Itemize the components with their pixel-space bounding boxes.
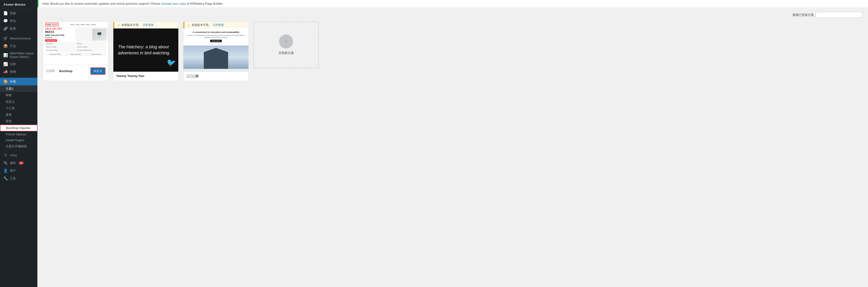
boxshop-customize-button[interactable]: 自定义 — [90, 67, 105, 75]
boxshop-name: BoxShop — [59, 69, 72, 73]
ttt-bird-icon: 🐦 — [167, 58, 176, 67]
notice-text: Hola! Would you like to receive automati… — [42, 2, 161, 5]
sidebar-item-marketing[interactable]: 📣 营销 — [0, 68, 37, 76]
sidebar-sub-theme-editor[interactable]: 主题文件编辑器 — [0, 143, 37, 150]
sidebar-logo: Footer Blocks — [0, 0, 37, 9]
bs-bottom-strip: FREE RETURNS FREE SHIPPING FREE SUPPORT — [43, 52, 108, 57]
twentyfour-update-notice: ⚠ 有新版本可用。 立即更新 — [183, 22, 248, 29]
sidebar-sub-theme-options-label: Theme Options — [6, 133, 26, 136]
bs-shop-now-btn[interactable]: SHOP NOW — [45, 39, 57, 42]
boxshop-screenshot-mockup: BOX SHOP HomeShopPagesBlogContact SALE 3… — [43, 22, 108, 65]
plugins-icon: 🔌 — [3, 161, 8, 165]
sidebar-sub-themes[interactable]: 主题 2 — [0, 85, 37, 92]
bs-cat-electronics: Electronics — [45, 42, 75, 45]
boxshop-footer-left: 已启用： BoxShop — [46, 69, 72, 73]
sidebar-divider-3 — [0, 150, 37, 151]
search-label: 搜索已安装主题 — [793, 13, 814, 17]
sidebar-item-woocommerce-label: WooCommerce — [10, 37, 31, 40]
pages-icon: 📄 — [3, 11, 8, 15]
bs-hero-text: SALE 30% OFF IMACS NEW COLLECTION $ 198.… — [45, 27, 91, 42]
sidebar-sub-theme-editor-label: 主题文件编辑器 — [6, 144, 27, 148]
bs-hero-img: 🖥️ — [92, 29, 106, 40]
sidebar-item-comments-label: 评论 — [10, 19, 16, 23]
products-icon: 📦 — [3, 44, 8, 48]
sidebar-item-tools-label: 工具 — [10, 176, 16, 181]
comments-icon: 💬 — [3, 19, 8, 23]
sidebar-item-woocommerce[interactable]: 🛒 WooCommerce — [0, 35, 37, 42]
sidebar-item-webtoffee-label: WebToffee Import Export (Basic) — [10, 51, 34, 59]
twentyfour-update-text: 有新版本可用。 — [192, 23, 211, 27]
sidebar-sub-customize-template[interactable]: 样板 — [0, 92, 37, 99]
notice-bar: Hola! Would you like to receive automati… — [37, 0, 868, 7]
ttt-screenshot-mockup: The Hatchery: a blog about adventures in… — [113, 29, 178, 72]
sidebar-sub-customize[interactable]: 自定义 — [0, 99, 37, 105]
sidebar-item-analytics[interactable]: 📈 分析 — [0, 60, 37, 68]
sidebar: Footer Blocks 📄 页面 💬 评论 🔗 联系 🛒 WooCommer… — [0, 0, 37, 287]
ttt-update-text: 有新版本可用。 — [122, 23, 141, 27]
bs-hero: SALE 30% OFF IMACS NEW COLLECTION $ 198.… — [43, 28, 108, 41]
sidebar-item-appearance[interactable]: 🎨 外观 — [0, 78, 37, 85]
ttt-screenshot-container: The Hatchery: a blog about adventures in… — [113, 29, 178, 72]
twentyfour-update-link[interactable]: 立即更新 — [213, 23, 224, 27]
sidebar-sub-boxshop-importer[interactable]: BoxShop Importer — [0, 124, 37, 131]
links-icon: 🔗 — [3, 26, 8, 31]
sidebar-item-users-label: 用户 — [10, 169, 16, 173]
themes-content: 搜索已安装主题 BOX SHOP HomeShopPagesBlogContac… — [37, 7, 868, 287]
sidebar-sub-widgets[interactable]: 小工具 — [0, 105, 37, 111]
marketing-icon: 📣 — [3, 70, 8, 74]
sidebar-item-products-label: 产品 — [10, 44, 16, 48]
notice-link[interactable]: activate your copy — [161, 2, 186, 5]
ttt-footer: Twenty Twenty-Two — [113, 72, 178, 80]
sidebar-sub-theme-options[interactable]: Theme Options — [0, 131, 37, 137]
sidebar-sub-install-plugins-label: Install Plugins — [6, 138, 24, 142]
twentyfour-footer: 二〇二四 — [183, 72, 248, 81]
yith-icon: Y — [3, 153, 8, 157]
install-theme-card[interactable]: + 安装新主题 — [253, 22, 319, 68]
sidebar-item-yith[interactable]: Y YITH — [0, 152, 37, 159]
twentyfour-screenshot-mockup: A commitment to innovation and sustainab… — [183, 29, 248, 72]
tf-subtitle: Duomo is a pioneering firm that seamless… — [186, 34, 246, 39]
sidebar-item-yith-label: YITH — [10, 154, 17, 157]
bs-cat-computers: Computer & Electronics — [76, 49, 106, 51]
themes-header: 搜索已安装主题 — [43, 12, 862, 18]
sidebar-sub-themes-label: 主题 — [6, 86, 12, 91]
bs-nav: HomeShopPagesBlogContact — [60, 24, 106, 26]
sidebar-item-tools[interactable]: 🔧 工具 — [0, 175, 37, 182]
warning-icon-2: ⚠ — [187, 23, 190, 27]
sidebar-item-marketing-label: 营销 — [10, 70, 16, 74]
bs-categories: Electronics Fashion Beauty & Health Spor… — [43, 41, 108, 52]
sidebar-sub-widgets-label: 小工具 — [6, 106, 15, 110]
sidebar-sub-install-plugins[interactable]: Install Plugins — [0, 137, 37, 143]
ttt-update-link[interactable]: 立即更新 — [143, 23, 154, 27]
ttt-update-notice: ⚠ 有新版本可用。 立即更新 — [113, 22, 178, 29]
sidebar-logo-text: Footer Blocks — [4, 3, 26, 6]
webtoffee-icon: 📊 — [3, 53, 8, 58]
warning-icon: ⚠ — [117, 23, 120, 27]
theme-card-boxshop: BOX SHOP HomeShopPagesBlogContact SALE 3… — [43, 22, 108, 81]
woocommerce-icon: 🛒 — [3, 36, 8, 41]
search-themes-input[interactable] — [816, 12, 862, 18]
users-icon: 👤 — [3, 169, 8, 173]
sidebar-item-webtoffee[interactable]: 📊 WebToffee Import Export (Basic) — [0, 50, 37, 60]
sidebar-item-analytics-label: 分析 — [10, 62, 16, 66]
sidebar-item-pages[interactable]: 📄 页面 — [0, 9, 37, 17]
sidebar-item-plugins[interactable]: 🔌 插件 10 — [0, 159, 37, 167]
sidebar-sub-boxshop-importer-label: BoxShop Importer — [6, 126, 31, 130]
sidebar-sub-template-label: 样板 — [6, 93, 12, 97]
sidebar-sub-menus[interactable]: 菜单 — [0, 111, 37, 118]
bs-logo: BOX SHOP — [45, 23, 59, 26]
sidebar-item-users[interactable]: 👤 用户 — [0, 167, 37, 175]
ttt-title: The Hatchery: a blog about adventures in… — [118, 44, 174, 56]
sidebar-sub-background[interactable]: 背景 — [0, 118, 37, 124]
main-content: Hola! Would you like to receive automati… — [37, 0, 868, 287]
sidebar-item-comments[interactable]: 💬 评论 — [0, 17, 37, 25]
sidebar-item-links[interactable]: 🔗 联系 — [0, 25, 37, 32]
sidebar-sub-background-label: 背景 — [6, 119, 12, 123]
analytics-icon: 📈 — [3, 62, 8, 66]
bs-cat-sports: Sports & Fitness — [76, 45, 106, 48]
tf-learn-more-btn[interactable]: learn more — [210, 40, 222, 42]
tf-title: A commitment to innovation and sustainab… — [186, 31, 246, 34]
install-theme-plus-icon: + — [279, 35, 293, 48]
sidebar-item-products[interactable]: 📦 产品 — [0, 42, 37, 50]
bs-cat-beauty: Beauty & Health — [45, 45, 75, 48]
